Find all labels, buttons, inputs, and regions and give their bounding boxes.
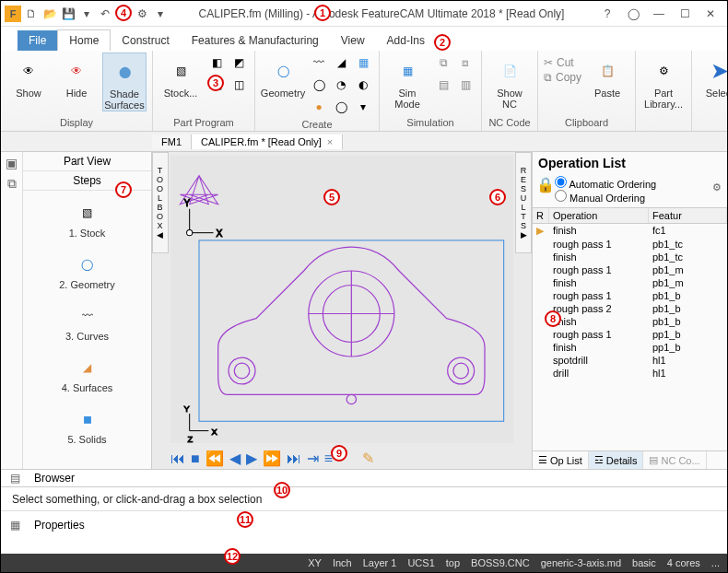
sm-ic3[interactable]: ▤ — [433, 75, 453, 95]
select-button[interactable]: ➤Select — [698, 53, 728, 99]
redo-icon[interactable]: ↷ — [115, 6, 132, 22]
tab-oplist[interactable]: ☰ Op List — [533, 451, 589, 469]
cr-ic1[interactable]: 〰 — [309, 53, 329, 73]
results-tab[interactable]: RESULTS▶ — [515, 152, 532, 253]
browser-panel[interactable]: ▤ Browser — [1, 469, 727, 487]
doc-tab-fm1[interactable]: FM1 — [152, 134, 192, 149]
play-prev-icon[interactable]: ⏪ — [205, 450, 224, 467]
geometry-button[interactable]: ◯Geometry — [261, 53, 305, 99]
undo-icon[interactable]: ↶ — [97, 6, 113, 22]
settings-icon[interactable]: ⚙ — [134, 6, 150, 22]
rail-ic2[interactable]: ⧉ — [7, 176, 17, 192]
play-skip-start-icon[interactable]: ⏮ — [170, 450, 185, 467]
status-xy[interactable]: XY — [308, 557, 322, 568]
cr-ic4[interactable]: ◯ — [309, 75, 329, 95]
pp-ic4[interactable]: ◫ — [229, 75, 249, 95]
status-mode[interactable]: basic — [632, 557, 656, 568]
play-skip-end-icon[interactable]: ⏭ — [287, 450, 301, 467]
status-view[interactable]: top — [446, 557, 460, 568]
table-row[interactable]: finishpb1_tc — [533, 251, 727, 263]
sm-ic4[interactable]: ▥ — [455, 75, 476, 95]
cr-ic8[interactable]: ◯ — [331, 97, 351, 117]
doc-tab-caliper[interactable]: CALIPER.fm * [Read Only]× — [192, 134, 343, 149]
play-speed-icon[interactable]: ≡ — [324, 450, 333, 467]
cr-ic9[interactable]: ▾ — [353, 97, 373, 117]
table-row[interactable]: spotdrillhl1 — [533, 354, 727, 367]
cr-ic5[interactable]: ◔ — [331, 75, 351, 95]
dropdown2-icon[interactable]: ▾ — [152, 6, 169, 22]
cr-ic6[interactable]: ◐ — [353, 75, 373, 95]
step-curves[interactable]: 〰3. Curves — [23, 298, 151, 349]
pp-ic2[interactable]: ◩ — [229, 53, 249, 73]
cr-ic3[interactable]: ▦ — [353, 53, 373, 73]
table-row[interactable]: rough pass 2pb1_b — [533, 302, 727, 315]
hide-button[interactable]: 👁Hide — [54, 53, 99, 99]
tab-home[interactable]: Home — [57, 29, 111, 51]
table-row[interactable]: ▶finishfc1 — [533, 224, 727, 238]
close-icon[interactable]: ✕ — [698, 4, 723, 24]
status-machine[interactable]: generic-3-axis.md — [541, 557, 621, 568]
status-post[interactable]: BOSS9.CNC — [471, 557, 530, 568]
close-tab-icon[interactable]: × — [327, 136, 333, 147]
cr-ic7[interactable]: ● — [309, 97, 329, 117]
hdr-op[interactable]: Operation — [549, 208, 649, 223]
play-stop-icon[interactable]: ■ — [191, 450, 200, 467]
table-row[interactable]: drillhl1 — [533, 367, 727, 380]
tab-construct[interactable]: Construct — [111, 30, 180, 51]
part-library-button[interactable]: ⚙Part Library... — [641, 53, 686, 110]
dropdown-icon[interactable]: ▾ — [78, 6, 95, 22]
cut-button[interactable]: ✂Cut — [544, 56, 581, 69]
play-fwd-icon[interactable]: ▶ — [246, 450, 257, 467]
paste-button[interactable]: 📋Paste — [585, 53, 629, 99]
table-row[interactable]: rough pass 1pb1_b — [533, 289, 727, 302]
status-unit[interactable]: Inch — [333, 557, 352, 568]
oplist-rows[interactable]: ▶finishfc1rough pass 1pb1_tcfinishpb1_tc… — [533, 224, 727, 450]
sm-ic1[interactable]: ⧉ — [433, 53, 453, 73]
new-icon[interactable]: 🗋 — [23, 6, 40, 22]
help-icon[interactable]: ? — [594, 4, 620, 24]
pencil-icon[interactable]: ✎ — [362, 450, 374, 467]
pp-ic3[interactable]: ◪ — [206, 75, 227, 95]
tab-nc[interactable]: ▤ NC Co... — [643, 451, 706, 469]
play-step-icon[interactable]: ⇥ — [307, 450, 319, 467]
tab-addins[interactable]: Add-Ins — [376, 30, 436, 51]
table-row[interactable]: rough pass 1pb1_m — [533, 263, 727, 276]
play-back-icon[interactable]: ◀ — [229, 450, 241, 467]
minimize-icon[interactable]: — — [646, 4, 672, 24]
canvas-viewport[interactable]: X Y X — [170, 156, 513, 443]
toolbox-tab[interactable]: TOOLBOX◀ — [152, 152, 169, 253]
status-cores[interactable]: 4 cores — [667, 557, 700, 568]
copy-button[interactable]: ⧉Copy — [544, 71, 581, 84]
tab-view[interactable]: View — [330, 30, 376, 51]
play-next-icon[interactable]: ⏩ — [263, 450, 281, 467]
pp-ic1[interactable]: ◧ — [206, 53, 227, 73]
manual-order-radio[interactable]: Manual Ordering — [555, 193, 645, 204]
auto-order-radio[interactable]: Automatic Ordering — [555, 179, 656, 190]
show-button[interactable]: 👁Show — [6, 53, 51, 99]
stock-button[interactable]: ▧Stock... — [159, 53, 203, 99]
table-row[interactable]: finishpp1_b — [533, 341, 727, 354]
step-surfaces[interactable]: ◢4. Surfaces — [23, 349, 151, 401]
step-geometry[interactable]: ◯2. Geometry — [23, 246, 151, 298]
cr-ic2[interactable]: ◢ — [331, 53, 351, 73]
status-ucs[interactable]: UCS1 — [407, 557, 434, 568]
user-icon[interactable]: ◯ — [620, 4, 646, 24]
tab-file[interactable]: File — [18, 30, 57, 51]
tab-details[interactable]: ☲ Details — [589, 451, 644, 469]
rail-ic1[interactable]: ▣ — [6, 156, 18, 170]
table-row[interactable]: rough pass 1pb1_tc — [533, 238, 727, 251]
step-stock[interactable]: ▧1. Stock — [23, 194, 151, 246]
save-icon[interactable]: 💾 — [60, 6, 76, 22]
table-row[interactable]: finishpb1_m — [533, 276, 727, 289]
sim-mode-button[interactable]: ▦Sim Mode — [385, 53, 429, 110]
hdr-feat[interactable]: Featur — [649, 208, 727, 223]
sm-ic2[interactable]: ⧈ — [455, 53, 476, 73]
oplist-settings-icon[interactable]: ⚙ — [712, 181, 722, 193]
tab-features[interactable]: Features & Manufacturing — [181, 30, 330, 51]
status-more[interactable]: ... — [711, 557, 720, 568]
maximize-icon[interactable]: ☐ — [672, 4, 698, 24]
table-row[interactable]: rough pass 1pp1_b — [533, 328, 727, 341]
status-layer[interactable]: Layer 1 — [363, 557, 397, 568]
step-solids[interactable]: ◼5. Solids — [23, 401, 151, 452]
hdr-r[interactable]: R — [533, 208, 549, 223]
